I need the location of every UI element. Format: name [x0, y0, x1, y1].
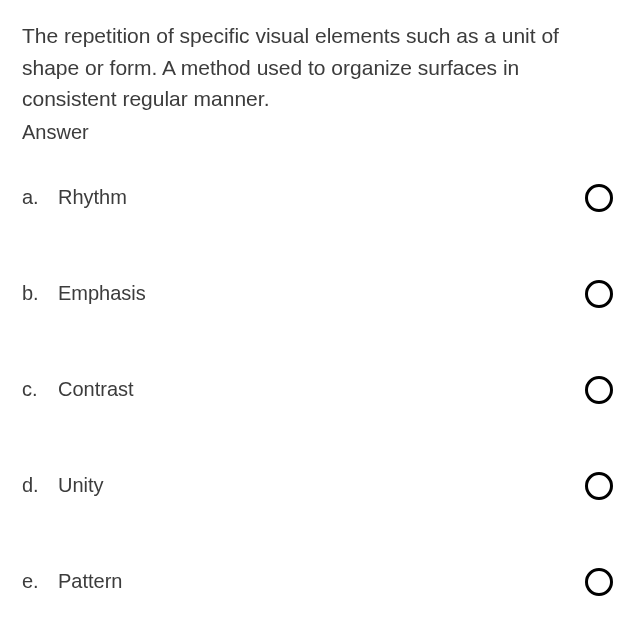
option-row-d: d. Unity [22, 472, 613, 500]
radio-option-c[interactable] [585, 376, 613, 404]
radio-option-d[interactable] [585, 472, 613, 500]
radio-option-e[interactable] [585, 568, 613, 596]
option-left: e. Pattern [22, 570, 122, 593]
option-text: Pattern [58, 570, 122, 593]
option-letter: a. [22, 186, 58, 209]
option-text: Contrast [58, 378, 134, 401]
option-left: b. Emphasis [22, 282, 146, 305]
radio-option-a[interactable] [585, 184, 613, 212]
radio-option-b[interactable] [585, 280, 613, 308]
option-row-b: b. Emphasis [22, 280, 613, 308]
option-row-c: c. Contrast [22, 376, 613, 404]
option-letter: c. [22, 378, 58, 401]
option-left: a. Rhythm [22, 186, 127, 209]
option-row-e: e. Pattern [22, 568, 613, 596]
option-left: c. Contrast [22, 378, 134, 401]
option-text: Unity [58, 474, 104, 497]
option-letter: d. [22, 474, 58, 497]
option-text: Rhythm [58, 186, 127, 209]
option-text: Emphasis [58, 282, 146, 305]
option-left: d. Unity [22, 474, 104, 497]
answer-label: Answer [22, 121, 613, 144]
option-letter: b. [22, 282, 58, 305]
option-row-a: a. Rhythm [22, 184, 613, 212]
question-text: The repetition of specific visual elemen… [22, 20, 613, 115]
option-letter: e. [22, 570, 58, 593]
